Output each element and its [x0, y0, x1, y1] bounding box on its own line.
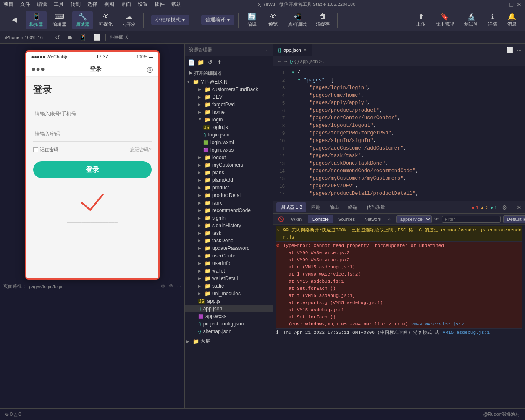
toolbar-upload-btn[interactable]: ⬆ 上传 — [413, 11, 429, 29]
tree-folder-recommendCode[interactable]: ▶ 📁 recommendCode — [185, 207, 273, 214]
menu-plugins[interactable]: 插件 — [155, 1, 165, 8]
toolbar-version-btn[interactable]: 🔖 版本管理 — [432, 11, 457, 29]
more-icon[interactable]: ··· — [177, 284, 181, 289]
toolbar-test-btn[interactable]: 🔬 测试号 — [461, 11, 481, 29]
tree-folder-plansAdd[interactable]: ▶ 📁 plansAdd — [185, 176, 273, 184]
tree-folder-customersFundBack[interactable]: ▶ 📁 customersFundBack — [185, 86, 273, 93]
debug-more-icon[interactable]: ⋮ — [509, 204, 515, 211]
toolbar-real-btn[interactable]: 📲 真机调试 — [285, 11, 310, 29]
toolbar-visual-btn[interactable]: 👁 可视化 — [95, 11, 116, 29]
toolbar-detail-btn[interactable]: ℹ 详情 — [485, 11, 501, 29]
tree-file-project-config[interactable]: {} project.config.json — [185, 320, 273, 328]
remember-pwd-checkbox[interactable] — [33, 147, 38, 152]
breadcrumb-nav-fwd[interactable]: → — [284, 59, 288, 64]
tree-file-login-wxml[interactable]: 🟩 login.wxml — [185, 139, 273, 146]
debug-tab-problems[interactable]: 问题 — [307, 202, 325, 212]
minimize-button[interactable]: ─ — [502, 1, 507, 8]
tree-folder-rank[interactable]: ▶ 📁 rank — [185, 199, 273, 207]
breadcrumb-nav-back[interactable]: ← — [277, 59, 282, 64]
toolbar-preview-btn[interactable]: 👁 预览 — [264, 11, 282, 29]
tree-file-app-js[interactable]: JS app.js — [185, 297, 273, 305]
menu-help[interactable]: 帮助 — [171, 1, 181, 8]
toolbar-editor-btn[interactable]: ⌨ 编辑器 — [49, 11, 70, 29]
menu-file[interactable]: 文件 — [20, 1, 30, 8]
new-file-icon[interactable]: 📄 — [187, 58, 196, 66]
menu-interface[interactable]: 界面 — [121, 1, 131, 8]
tree-folder-updatePassword[interactable]: ▶ 📁 updatePassword — [185, 244, 273, 252]
tree-folder-walletDetail[interactable]: ▶ 📁 walletDetail — [185, 275, 273, 282]
console-tab-wxml[interactable]: Wxml — [287, 215, 307, 223]
collapse-icon[interactable]: ⬆ — [215, 58, 223, 66]
debug-close-icon[interactable]: ✕ — [517, 204, 522, 211]
tree-folder-home[interactable]: ▶ 📁 home — [185, 108, 273, 116]
toolbar-compile-btn[interactable]: 🔄 编译 — [243, 11, 261, 29]
more-actions-icon[interactable]: ··· — [517, 47, 522, 53]
appservice-selector[interactable]: appservice — [396, 215, 432, 223]
explorer-menu-icon[interactable]: ··· — [265, 47, 268, 52]
maximize-button[interactable]: □ — [510, 1, 513, 8]
tree-file-app-json[interactable]: {} app.json — [185, 305, 273, 312]
tree-folder-forgetPwd[interactable]: ▶ 📁 forgetPwd — [185, 101, 273, 108]
username-input[interactable] — [33, 106, 152, 121]
close-button[interactable]: ✕ — [517, 1, 522, 8]
tree-folder-uni_modules[interactable]: ▶ 📁 uni_modules — [185, 290, 273, 297]
debug-tab-terminal[interactable]: 终端 — [344, 202, 362, 212]
tree-file-login-json[interactable]: {} login.json — [185, 131, 273, 139]
menu-goto[interactable]: 转到 — [71, 1, 81, 8]
console-tab-sources[interactable]: Sources — [334, 215, 359, 223]
menu-edit[interactable]: 编辑 — [37, 1, 47, 8]
toolbar-compile-selector[interactable]: 普通编译 ▾ — [201, 15, 234, 25]
password-input[interactable] — [33, 126, 152, 142]
debug-tab-quality[interactable]: 代码质量 — [362, 202, 389, 212]
rotate-icon[interactable]: ⬜ — [92, 34, 102, 41]
tree-root-mp[interactable]: ▼ 📁 MP-WEIXIN — [185, 78, 273, 86]
console-tab-console[interactable]: Console — [308, 215, 333, 223]
tree-folder-productDetail[interactable]: ▶ 📁 productDetail — [185, 192, 273, 199]
new-folder-icon[interactable]: 📁 — [197, 58, 205, 66]
toolbar-clear-btn[interactable]: 🗑 清缓存 — [312, 11, 333, 29]
code-editor[interactable]: ▾ { ▾ "pages": [ "pages/login/login", "p… — [288, 66, 525, 201]
eye-toggle-icon[interactable]: 👁 — [434, 216, 439, 222]
open-editors-arrow[interactable]: ▶ — [188, 71, 193, 76]
console-filter-input[interactable] — [442, 216, 501, 223]
tree-folder-DEV[interactable]: ▶ 📁 DEV — [185, 93, 273, 101]
toolbar-cloud-btn[interactable]: ☁ 云开发 — [118, 11, 139, 29]
tree-folder-static[interactable]: ▶ 📁 static — [185, 282, 273, 290]
tree-file-sitemap[interactable]: {} sitemap.json — [185, 328, 273, 335]
menu-select[interactable]: 选择 — [87, 1, 97, 8]
split-view-icon[interactable]: ⬜ — [506, 47, 513, 53]
menu-settings[interactable]: 设置 — [138, 1, 148, 8]
menu-view[interactable]: 视图 — [104, 1, 114, 8]
stop-icon[interactable]: ⏺ — [65, 34, 74, 41]
tree-folder-task[interactable]: ▶ 📁 task — [185, 229, 273, 237]
login-submit-button[interactable]: 登录 — [33, 161, 152, 178]
tree-folder-login[interactable]: ▶ 📂 login — [185, 116, 273, 123]
debug-settings-icon[interactable]: ⚙ — [502, 204, 507, 211]
refresh-explorer-icon[interactable]: ↺ — [206, 58, 214, 66]
tree-file-login-wxss[interactable]: 🟪 login.wxss — [185, 146, 273, 154]
toolbar-debugger-btn[interactable]: 🔧 调试器 — [72, 11, 93, 29]
tree-folder-taskDone[interactable]: ▶ 📁 taskDone — [185, 237, 273, 244]
nav-camera-icon[interactable]: ◎ — [147, 65, 153, 74]
toolbar-message-btn[interactable]: 🔔 消息 — [504, 11, 520, 29]
phone-icon[interactable]: 📱 — [78, 34, 88, 41]
nav-dots-icon[interactable]: ●●● — [32, 65, 45, 74]
debug-tab-output[interactable]: 输出 — [326, 202, 343, 212]
tree-folder-userCenter[interactable]: ▶ 📁 userCenter — [185, 252, 273, 260]
tree-folder-plans[interactable]: ▶ 📁 plans — [185, 169, 273, 176]
tree-folder-wallet[interactable]: ▶ 📁 wallet — [185, 267, 273, 275]
tree-file-app-wxss[interactable]: 🟪 app.wxss — [185, 312, 273, 320]
tree-folder-logout[interactable]: ▶ 📁 logout — [185, 154, 273, 161]
toolbar-simulator-btn[interactable]: 📱 模拟器 — [26, 11, 47, 29]
tree-folder-daping[interactable]: ▶ 📁 大屏 — [185, 337, 273, 346]
tab-close-icon[interactable]: × — [304, 47, 307, 53]
refresh-icon[interactable]: ↺ — [53, 34, 62, 41]
debug-tab-debugger[interactable]: 调试器 1,3 — [276, 202, 306, 212]
tree-folder-userInfo[interactable]: ▶ 📁 userInfo — [185, 260, 273, 267]
tree-file-login-js[interactable]: JS login.js — [185, 123, 273, 131]
tree-folder-signInHistory[interactable]: ▶ 📁 signInHistory — [185, 222, 273, 229]
tree-folder-signIn[interactable]: ▶ 📁 signIn — [185, 214, 273, 222]
forgot-pwd-link[interactable]: 忘记密码? — [130, 147, 151, 153]
menu-project[interactable]: 项目 — [3, 1, 13, 8]
tree-folder-myCustomers[interactable]: ▶ 📁 myCustomers — [185, 161, 273, 169]
